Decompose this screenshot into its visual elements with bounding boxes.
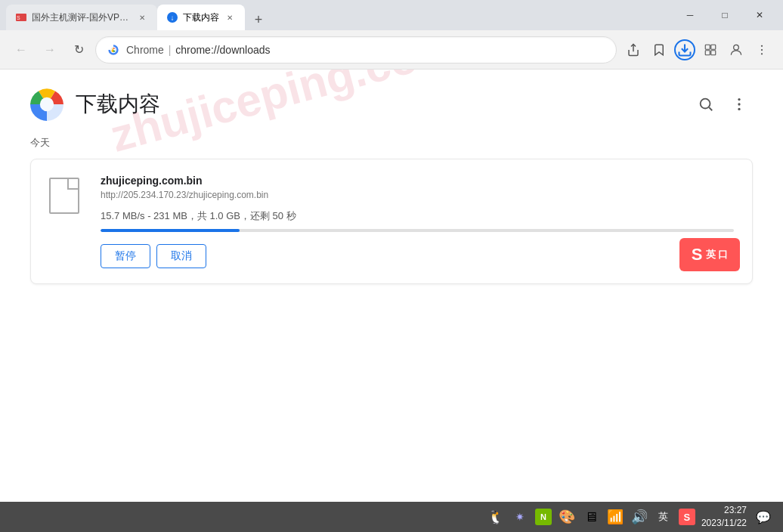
taskbar: 🐧 ✷ N 🎨 🖥 📶 🔊 英 S 23:27 2023/11/22 💬 — [0, 502, 783, 532]
address-separator: | — [169, 44, 175, 56]
tab-2-close[interactable]: ✕ — [224, 11, 236, 23]
search-downloads-button[interactable] — [692, 91, 720, 118]
bookmark-button[interactable] — [647, 38, 671, 62]
svg-point-21 — [738, 98, 740, 101]
page-content: zhujiceping.com 下载内容 — [0, 70, 783, 502]
download-buttons: 暂停 取消 — [101, 244, 734, 268]
address-url: chrome://downloads — [175, 44, 270, 56]
page-actions — [692, 91, 753, 118]
svg-point-13 — [761, 45, 763, 46]
download-filename: zhujiceping.com.bin — [101, 175, 734, 187]
maximize-button[interactable]: □ — [707, 0, 742, 30]
svg-point-18 — [40, 97, 54, 111]
progress-bar-fill — [101, 229, 240, 232]
svg-rect-9 — [711, 45, 716, 49]
page-title-group: 下载内容 — [30, 88, 160, 121]
download-indicator[interactable] — [673, 38, 697, 62]
taskbar-bluetooth-icon[interactable]: ✷ — [511, 508, 529, 526]
svg-text:S: S — [17, 15, 20, 20]
tab-2-favicon: ↓ — [166, 11, 178, 23]
svg-point-14 — [761, 48, 763, 50]
back-button[interactable]: ← — [9, 38, 33, 62]
file-icon — [49, 178, 79, 214]
close-button[interactable]: ✕ — [742, 0, 777, 30]
download-progress-text: 15.7 MB/s - 231 MB，共 1.0 GB，还剩 50 秒 — [101, 209, 734, 223]
tab-2-title: 下载内容 — [183, 11, 219, 24]
taskbar-time[interactable]: 23:27 2023/11/22 — [701, 504, 747, 530]
title-bar: S 国外主机测评-国外VPS， ✕ ↓ 下载内容 ✕ + ─ □ ✕ — [0, 0, 783, 30]
progress-bar-container — [101, 229, 734, 232]
taskbar-screen-icon[interactable]: 🖥 — [582, 508, 600, 526]
download-card: zhujiceping.com.bin http://205.234.170.2… — [30, 159, 753, 284]
file-icon-container — [49, 175, 85, 268]
svg-rect-8 — [705, 45, 710, 49]
svg-text:↓: ↓ — [171, 14, 175, 22]
svg-line-20 — [709, 107, 712, 110]
window-controls: ─ □ ✕ — [673, 0, 777, 30]
taskbar-nvidia-icon[interactable]: N — [535, 509, 552, 525]
section-label: 今天 — [30, 136, 753, 150]
tab-1-close[interactable]: ✕ — [136, 11, 148, 23]
toolbar: ← → ↻ Chrome | chrome://downloads — [0, 30, 783, 70]
profile-split-button[interactable] — [698, 38, 723, 62]
address-brand: Chrome — [126, 44, 164, 56]
tab-1[interactable]: S 国外主机测评-国外VPS， ✕ — [6, 5, 157, 30]
taskbar-qq-icon[interactable]: 🐧 — [487, 508, 505, 526]
download-info: zhujiceping.com.bin http://205.234.170.2… — [101, 175, 734, 268]
svg-point-22 — [738, 103, 740, 105]
taskbar-lang-icon[interactable]: 英 — [655, 508, 673, 526]
share-button[interactable] — [621, 38, 645, 62]
address-favicon — [107, 43, 120, 57]
taskbar-volume-icon[interactable]: 🔊 — [630, 508, 648, 526]
taskbar-date: 2023/11/22 — [701, 517, 747, 530]
svg-point-19 — [701, 99, 710, 109]
svg-rect-11 — [711, 50, 716, 54]
svg-point-23 — [738, 108, 740, 110]
download-url: http://205.234.170.23/zhujiceping.com.bi… — [101, 190, 734, 200]
sogou-overlay-icon: S 英 口 — [679, 238, 740, 271]
cancel-button[interactable]: 取消 — [156, 244, 206, 268]
svg-rect-10 — [705, 50, 710, 54]
more-button[interactable] — [750, 38, 774, 62]
more-downloads-button[interactable] — [726, 91, 753, 118]
svg-point-12 — [734, 45, 739, 50]
taskbar-clock: 23:27 — [701, 504, 747, 517]
refresh-button[interactable]: ↻ — [67, 38, 91, 62]
minimize-button[interactable]: ─ — [673, 0, 707, 30]
toolbar-actions — [621, 38, 774, 62]
svg-point-15 — [761, 53, 763, 54]
page-title: 下载内容 — [76, 90, 160, 119]
address-content: Chrome | chrome://downloads — [126, 44, 605, 56]
taskbar-sogou-icon[interactable]: S — [679, 509, 695, 525]
tab-1-title: 国外主机测评-国外VPS， — [32, 11, 132, 24]
page-header: 下载内容 — [30, 88, 753, 121]
new-tab-button[interactable]: + — [248, 9, 269, 30]
taskbar-notification-button[interactable]: 💬 — [753, 506, 774, 527]
profile-button[interactable] — [724, 38, 748, 62]
taskbar-color-icon[interactable]: 🎨 — [558, 508, 576, 526]
pause-button[interactable]: 暂停 — [101, 244, 150, 268]
tab-2[interactable]: ↓ 下载内容 ✕ — [157, 5, 245, 30]
tab-1-favicon: S — [15, 11, 27, 23]
download-circle-icon — [674, 39, 695, 60]
taskbar-wifi-icon[interactable]: 📶 — [606, 508, 624, 526]
address-bar[interactable]: Chrome | chrome://downloads — [95, 36, 617, 63]
forward-button[interactable]: → — [38, 38, 62, 62]
chrome-logo-icon — [30, 88, 63, 121]
tab-group: S 国外主机测评-国外VPS， ✕ ↓ 下载内容 ✕ + — [6, 0, 673, 30]
